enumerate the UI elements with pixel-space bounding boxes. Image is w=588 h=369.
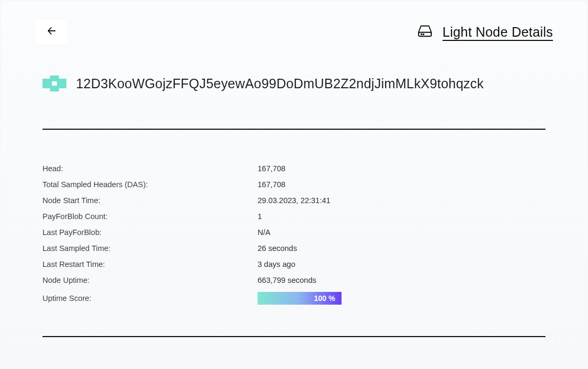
info-label: Last Restart Time: (42, 260, 258, 269)
svg-rect-6 (52, 81, 57, 86)
info-value: 29.03.2023, 22:31:41 (258, 196, 330, 205)
info-row-last-pfb: Last PayForBlob: N/A (42, 224, 546, 240)
info-row-uptime-score: Uptime Score: 100 % (42, 288, 546, 308)
uptime-score-bar: 100 % (258, 292, 342, 305)
info-row-uptime: Node Uptime: 663,799 seconds (42, 272, 546, 288)
node-info-grid: Head: 167,708 Total Sampled Headers (DAS… (42, 161, 546, 308)
info-label: Node Start Time: (42, 196, 258, 205)
info-label: Last Sampled Time: (42, 244, 258, 253)
info-value: 3 days ago (258, 260, 295, 269)
info-row-last-restart: Last Restart Time: 3 days ago (42, 256, 546, 272)
info-value: 167,708 (258, 180, 285, 189)
info-row-head: Head: 167,708 (42, 161, 546, 177)
node-id: 12D3KooWGojzFFQJ5eyewAo99DoDmUB2Z2ndjJim… (76, 76, 484, 91)
svg-point-2 (421, 34, 422, 35)
info-value: N/A (258, 228, 270, 237)
info-label: Head: (42, 164, 258, 173)
info-row-pfb-count: PayForBlob Count: 1 (42, 208, 546, 224)
svg-rect-1 (419, 32, 431, 36)
info-value: 663,799 seconds (258, 276, 316, 284)
arrow-left-icon (46, 26, 57, 38)
info-label: Total Sampled Headers (DAS): (42, 180, 258, 189)
info-label: Uptime Score: (42, 294, 258, 303)
node-avatar-icon (42, 76, 66, 91)
info-label: Last PayForBlob: (42, 228, 258, 237)
info-row-total-sampled: Total Sampled Headers (DAS): 167,708 (42, 177, 546, 192)
section-divider-bottom (42, 336, 546, 337)
info-row-start-time: Node Start Time: 29.03.2023, 22:31:41 (42, 192, 546, 208)
info-row-last-sampled: Last Sampled Time: 26 seconds (42, 240, 546, 256)
info-value: 167,708 (258, 164, 285, 173)
svg-point-3 (423, 34, 424, 35)
section-divider-top (42, 129, 546, 130)
info-label: PayForBlob Count: (42, 212, 258, 221)
info-label: Node Uptime: (42, 276, 258, 284)
info-value: 1 (258, 212, 262, 221)
disk-icon (417, 24, 433, 40)
back-button[interactable] (35, 19, 68, 45)
page-title: Light Node Details (442, 24, 553, 40)
info-value: 26 seconds (258, 244, 297, 253)
